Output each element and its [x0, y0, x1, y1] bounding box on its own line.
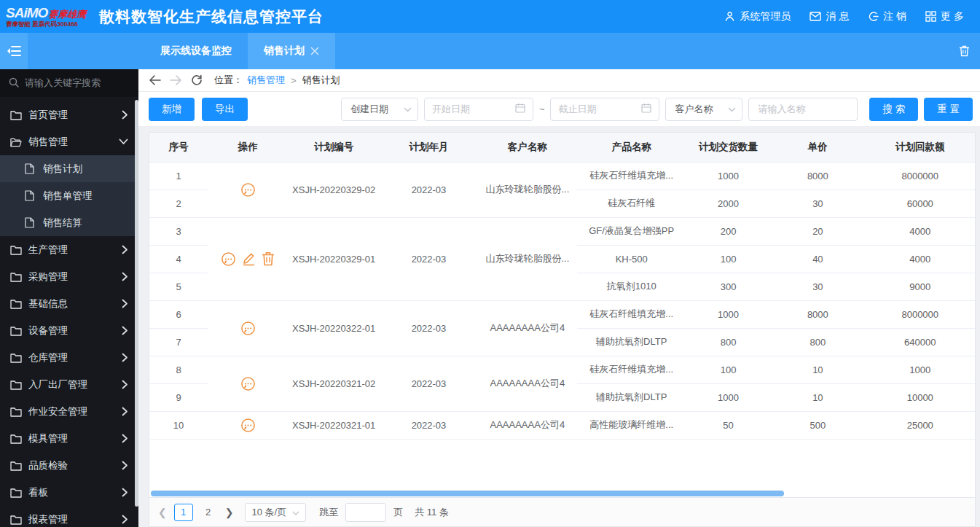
app-header: SAiMO 赛摩雄鹰 赛摩智能 股票代码300466 散料数智化生产线信息管控平… — [0, 0, 980, 33]
sidebar-search-input[interactable]: 请输入关键字搜索 — [0, 69, 138, 97]
cell-plan-no: XSJH-20220322-01 — [288, 300, 379, 356]
header-action-label: 系统管理员 — [740, 10, 791, 23]
sidebar-item-基础信息[interactable]: 基础信息 — [0, 290, 138, 317]
name-search-input[interactable] — [748, 98, 858, 121]
tab-展示线设备监控[interactable]: 展示线设备监控 — [144, 33, 248, 69]
sidebar-item-label: 仓库管理 — [28, 351, 122, 364]
sidebar-item-看板[interactable]: 看板 — [0, 479, 138, 506]
sidebar-item-品质检验[interactable]: 品质检验 — [0, 452, 138, 479]
header-action-user[interactable]: 系统管理员 — [724, 10, 791, 23]
sidebar-item-销售管理[interactable]: 销售管理 — [0, 128, 138, 155]
more-icon[interactable] — [240, 418, 256, 433]
cell-amount: 1000 — [866, 356, 975, 383]
header-action-more[interactable]: 更 多 — [925, 10, 964, 23]
sidebar-item-首页管理[interactable]: 首页管理 — [0, 101, 138, 128]
sidebar-item-作业安全管理[interactable]: 作业安全管理 — [0, 398, 138, 425]
export-button[interactable]: 导出 — [202, 98, 248, 121]
next-page-icon[interactable]: ❯ — [225, 507, 234, 518]
breadcrumb-location-label: 位置： — [214, 74, 243, 87]
sidebar-item-模具管理[interactable]: 模具管理 — [0, 425, 138, 452]
forward-arrow-icon[interactable] — [170, 75, 182, 85]
sidebar-item-入厂出厂管理[interactable]: 入厂出厂管理 — [0, 371, 138, 398]
end-date-input[interactable] — [558, 104, 631, 114]
search-button[interactable]: 搜 索 — [869, 98, 918, 121]
chevron-right-icon — [122, 407, 128, 416]
sidebar-item-label: 销售计划 — [43, 163, 128, 176]
menu-fold-icon[interactable] — [0, 33, 28, 69]
sidebar-item-销售单管理[interactable]: 销售单管理 — [0, 182, 138, 209]
sidebar-item-label: 作业安全管理 — [28, 405, 122, 418]
sidebar-item-生产管理[interactable]: 生产管理 — [0, 236, 138, 263]
table-header-row: 序号操作计划编号计划年月客户名称产品名称计划交货数量单价计划回款额 — [149, 133, 975, 162]
header-action-message[interactable]: 消 息 — [810, 10, 849, 23]
more-icon[interactable] — [240, 321, 256, 336]
folder-icon — [10, 407, 22, 417]
start-date-input[interactable] — [432, 104, 505, 114]
reset-button[interactable]: 重 置 — [924, 98, 973, 121]
tab-销售计划[interactable]: 销售计划 — [248, 33, 335, 69]
horizontal-scrollbar[interactable] — [149, 490, 975, 497]
cell-product: 辅助抗氧剂DLTP — [577, 328, 686, 356]
sidebar-item-销售结算[interactable]: 销售结算 — [0, 209, 138, 236]
cell-price: 8000 — [770, 162, 865, 190]
sidebar-item-设备管理[interactable]: 设备管理 — [0, 317, 138, 344]
logo-brand-en: SAiMO — [6, 6, 47, 20]
close-icon[interactable] — [310, 45, 319, 58]
more-icon[interactable] — [240, 376, 256, 391]
breadcrumb-parent-link[interactable]: 销售管理 — [247, 74, 285, 87]
filter-field-select[interactable]: 客户名称 — [665, 98, 742, 121]
date-type-select[interactable]: 创建日期 — [341, 98, 418, 121]
prev-page-icon[interactable]: ❮ — [158, 507, 167, 518]
more-icon[interactable] — [221, 251, 236, 267]
page-number-2[interactable]: 2 — [199, 504, 218, 521]
cell-operations — [208, 162, 288, 217]
sidebar: 请输入关键字搜索 首页管理销售管理销售计划销售单管理销售结算生产管理采购管理基础… — [0, 69, 138, 527]
cell-seq: 9 — [149, 383, 208, 411]
page-size-select[interactable]: 10 条/页 — [245, 503, 306, 522]
sidebar-item-label: 销售管理 — [28, 136, 119, 149]
folder-icon — [10, 353, 22, 363]
cell-qty: 2000 — [686, 190, 770, 217]
sidebar-item-销售计划[interactable]: 销售计划 — [0, 155, 138, 182]
refresh-icon[interactable] — [191, 74, 203, 86]
delete-icon[interactable] — [262, 251, 275, 266]
start-date-field[interactable] — [424, 98, 533, 121]
cell-plan-no: XSJH-20220329-02 — [288, 162, 379, 217]
chevron-right-icon — [122, 245, 128, 254]
sidebar-item-报表管理[interactable]: 报表管理 — [0, 506, 138, 527]
trash-icon[interactable] — [959, 33, 980, 69]
file-icon — [25, 217, 36, 228]
horizontal-scrollbar-thumb[interactable] — [151, 491, 784, 496]
table-row: 6XSJH-20220322-012022-03AAAAAAAA公司4硅灰石纤维… — [149, 300, 975, 328]
jump-page-input[interactable] — [345, 503, 386, 522]
folder-icon — [10, 326, 22, 336]
cell-seq: 6 — [149, 300, 208, 328]
file-icon — [25, 163, 36, 174]
sidebar-menu: 首页管理销售管理销售计划销售单管理销售结算生产管理采购管理基础信息设备管理仓库管… — [0, 97, 138, 527]
back-arrow-icon[interactable] — [149, 75, 161, 85]
add-button[interactable]: 新增 — [149, 98, 195, 121]
edit-icon[interactable] — [242, 251, 256, 266]
sidebar-item-仓库管理[interactable]: 仓库管理 — [0, 344, 138, 371]
cell-product: GF/液晶复合增强PP — [577, 217, 686, 245]
end-date-field[interactable] — [550, 98, 659, 121]
sidebar-scrollbar[interactable] — [135, 100, 138, 507]
more-icon[interactable] — [240, 182, 256, 198]
folder-icon — [10, 110, 22, 120]
search-icon — [9, 77, 19, 90]
cell-operations — [208, 356, 288, 411]
cell-price: 30 — [770, 190, 865, 217]
cell-plan-no: XSJH-20220321-02 — [288, 356, 379, 411]
cell-price: 10 — [770, 356, 865, 383]
cell-product: KH-500 — [577, 245, 686, 273]
page-number-1[interactable]: 1 — [174, 504, 193, 521]
sidebar-item-采购管理[interactable]: 采购管理 — [0, 263, 138, 290]
user-icon — [724, 11, 735, 22]
cell-seq: 4 — [149, 245, 208, 273]
tab-bar: 展示线设备监控销售计划 — [0, 33, 980, 69]
cell-customer: 山东玲珑轮胎股份... — [478, 162, 576, 217]
page-size-value: 10 条/页 — [251, 506, 286, 519]
header-action-logout[interactable]: 注 销 — [868, 10, 906, 23]
file-icon — [25, 190, 36, 201]
pagination-bar: ❮ 12 ❯ 10 条/页 跳至 页 共 11 条 — [149, 497, 975, 526]
